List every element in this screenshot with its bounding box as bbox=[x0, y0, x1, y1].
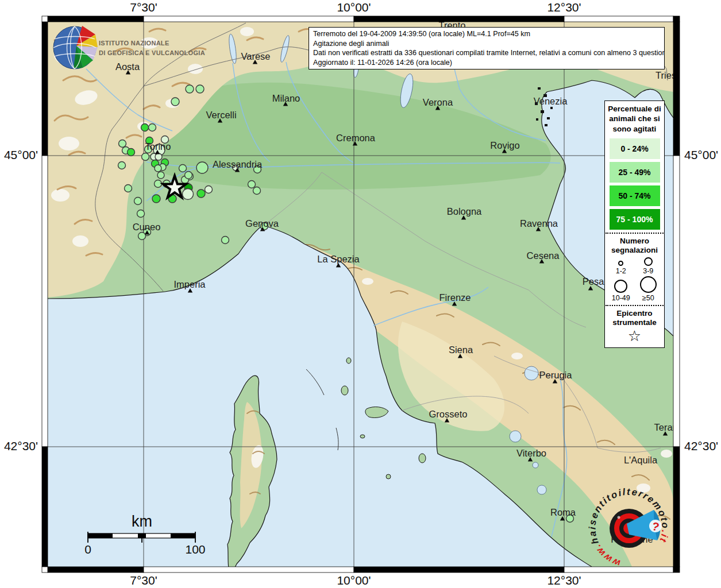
report-point bbox=[155, 180, 162, 188]
epicenter-legend-star: ☆ bbox=[605, 328, 664, 345]
city-label: Rovigo bbox=[490, 140, 519, 150]
map-graphic bbox=[537, 485, 546, 494]
city-label: La Spezia bbox=[317, 254, 360, 264]
map-graphic bbox=[144, 567, 354, 572]
city-label: Viterbo bbox=[516, 448, 546, 458]
axis-bottom-lon-2: 10°00' bbox=[337, 574, 371, 587]
city-label: Cuneo bbox=[133, 222, 161, 232]
map-graphic bbox=[72, 235, 88, 247]
map-graphic bbox=[673, 447, 680, 567]
map-graphic bbox=[545, 124, 548, 126]
report-point bbox=[152, 195, 160, 203]
map-graphic bbox=[240, 27, 254, 36]
map-canvas: km 0 100 bbox=[48, 20, 686, 569]
axis-bottom-lon-1: 7°30' bbox=[130, 574, 157, 587]
legend-counts: 1-23-910-49≥50 bbox=[605, 255, 664, 303]
scale-unit: km bbox=[132, 513, 152, 530]
report-point bbox=[253, 187, 261, 195]
axis-top-lon-3: 12°30' bbox=[547, 1, 581, 14]
map-page: km 0 100 bbox=[0, 0, 721, 588]
map-graphic bbox=[88, 533, 113, 538]
info-line-event: Terremoto del 19-04-2009 14:39:50 (ora l… bbox=[313, 29, 660, 39]
city-label: Perugia bbox=[539, 370, 573, 380]
info-line-type: Agitazione degli animali bbox=[313, 39, 660, 49]
city-label: Milano bbox=[272, 93, 300, 103]
legend-separator bbox=[606, 305, 664, 306]
legend: Percentuale di animali che si sono agita… bbox=[604, 100, 665, 348]
map-graphic bbox=[362, 278, 373, 285]
report-point bbox=[125, 185, 132, 192]
ingv-line1: ISTITUTO NAZIONALE bbox=[99, 40, 169, 47]
map-graphic bbox=[42, 16, 48, 22]
map-graphic bbox=[341, 386, 348, 395]
map-graphic bbox=[510, 431, 521, 442]
legend-count-item: 1-2 bbox=[607, 257, 635, 275]
map-graphic bbox=[42, 567, 48, 572]
report-point bbox=[197, 189, 205, 198]
city-label: Aosta bbox=[115, 61, 140, 72]
map-graphic bbox=[188, 64, 203, 74]
count-circle-icon bbox=[618, 261, 623, 266]
count-circle-icon bbox=[644, 257, 653, 266]
map-graphic bbox=[673, 16, 680, 22]
map-graphic bbox=[661, 450, 672, 458]
scale-end: 100 bbox=[185, 543, 205, 556]
report-point bbox=[183, 189, 194, 200]
map-graphic bbox=[48, 567, 144, 572]
map-graphic bbox=[564, 567, 673, 572]
report-point bbox=[179, 165, 187, 172]
report-point bbox=[157, 172, 164, 179]
legend-classes: 0 - 24%25 - 49%50 - 74%75 - 100% bbox=[605, 138, 664, 230]
report-point bbox=[205, 186, 213, 194]
report-point bbox=[128, 149, 135, 156]
city-label: Cesena bbox=[527, 250, 560, 261]
report-point bbox=[119, 140, 126, 148]
axis-bottom-lon-3: 12°30' bbox=[547, 574, 581, 587]
city-label: Roma bbox=[550, 507, 576, 517]
report-point bbox=[155, 165, 161, 172]
count-circle-icon bbox=[614, 280, 627, 293]
count-label: 10-49 bbox=[612, 293, 630, 302]
report-point bbox=[141, 124, 149, 131]
legend-count-item: 3-9 bbox=[635, 257, 662, 275]
map-graphic bbox=[360, 435, 365, 438]
map-graphic bbox=[673, 567, 680, 572]
map-graphic bbox=[51, 189, 70, 202]
axis-top-lon-1: 7°30' bbox=[130, 1, 157, 14]
axis-left-lat-2: 42°30' bbox=[4, 439, 38, 452]
axis-right-lat-1: 45°00' bbox=[684, 148, 718, 161]
report-point bbox=[118, 162, 126, 169]
legend-count-item: ≥50 bbox=[635, 276, 662, 302]
city-label: Venezia bbox=[534, 96, 568, 106]
city-label: Siena bbox=[449, 345, 473, 355]
city-label: Ravenna bbox=[520, 218, 558, 229]
map-graphic bbox=[59, 137, 79, 150]
axis-right-lat-2: 42°30' bbox=[684, 439, 718, 452]
axis-left-lat-1: 45°00' bbox=[4, 148, 38, 161]
legend-title: Percentuale di animali che si sono agita… bbox=[605, 101, 664, 136]
legend-epicenter-title: Epicentro strumentale bbox=[605, 308, 664, 327]
count-circle-icon bbox=[640, 276, 657, 293]
city-label: L'Aquila bbox=[624, 455, 658, 465]
legend-separator bbox=[606, 233, 664, 234]
count-label: ≥50 bbox=[642, 293, 654, 302]
city-label: Vercelli bbox=[206, 110, 236, 120]
city-label: Bologna bbox=[447, 206, 482, 216]
map-graphic bbox=[673, 22, 680, 156]
map-graphic bbox=[536, 118, 538, 121]
city-label: Genova bbox=[245, 218, 279, 229]
city-label: Torino bbox=[145, 141, 171, 152]
axis-top-lon-2: 10°00' bbox=[337, 1, 371, 14]
city-label: Imperia bbox=[173, 279, 206, 289]
report-point bbox=[222, 237, 229, 244]
earthquake-info-box: Terremoto del 19-04-2009 14:39:50 (ora l… bbox=[309, 27, 665, 69]
info-line-updated: Aggiornato il: 11-01-2026 14:26 (ora loc… bbox=[313, 58, 660, 68]
city-label: Teramo bbox=[654, 422, 685, 432]
report-point bbox=[149, 124, 156, 131]
city-label: Firenze bbox=[439, 292, 471, 303]
map-graphic bbox=[564, 16, 673, 22]
count-label: 1-2 bbox=[616, 266, 626, 275]
city-label: Trieste bbox=[656, 70, 684, 80]
map-graphic bbox=[354, 16, 564, 22]
count-label: 3-9 bbox=[643, 266, 653, 275]
